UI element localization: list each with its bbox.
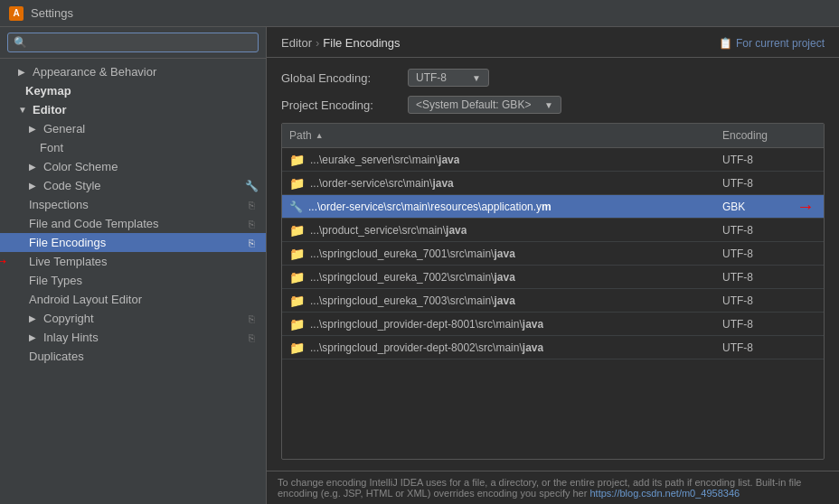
sidebar-item-general[interactable]: ▶ General [0, 119, 266, 138]
row-path: 📁 ...\eurake_server\src\main\java [282, 150, 715, 170]
clipboard-icon: 📋 [719, 37, 732, 50]
wrench-icon: 🔧 [244, 180, 259, 192]
footer-link[interactable]: https://blog.csdn.net/m0_4958346 [589, 488, 740, 499]
main-panel: Editor › File Encodings 📋 For current pr… [267, 27, 839, 504]
sidebar-item-copyright[interactable]: ▶ Copyright ⎘ [0, 309, 266, 328]
title-bar: A Settings [0, 0, 839, 27]
table-row[interactable]: 📁 ...\order-service\src\main\java UTF-8 [282, 172, 824, 195]
sidebar-item-label: Android Layout Editor [29, 293, 142, 306]
sidebar-item-file-code-templates[interactable]: File and Code Templates ⎘ [0, 214, 266, 233]
sidebar-item-label: Appearance & Behavior [33, 65, 156, 79]
folder-icon: 📁 [289, 317, 305, 331]
arrow-icon: ▶ [29, 124, 40, 134]
row-encoding: UTF-8 [715, 174, 824, 192]
sidebar-item-live-templates[interactable]: → Live Templates [0, 252, 266, 271]
folder-icon: 📁 [289, 341, 305, 355]
project-encoding-value: <System Default: GBK> [416, 98, 531, 111]
sidebar-item-android-layout[interactable]: Android Layout Editor [0, 290, 266, 309]
sidebar-item-label: Keymap [25, 84, 71, 98]
sidebar: ▶ Appearance & Behavior Keymap ▼ Editor … [0, 27, 267, 504]
sidebar-item-font[interactable]: Font [0, 138, 266, 157]
sidebar-item-label: File Types [29, 274, 82, 287]
table-row[interactable]: 📁 ...\eurake_server\src\main\java UTF-8 [282, 148, 824, 172]
table-row[interactable]: 📁 ...\springcloud_provider-dept-8001\src… [282, 313, 824, 336]
row-path: 📁 ...\springcloud_eureka_7002\src\main\j… [282, 267, 715, 287]
col-encoding[interactable]: Encoding [715, 127, 824, 144]
sidebar-item-file-encodings[interactable]: File Encodings ⎘ [0, 233, 266, 252]
project-encoding-label: Project Encoding: [281, 98, 399, 112]
row-encoding: UTF-8 [715, 268, 824, 286]
main-content: ▶ Appearance & Behavior Keymap ▼ Editor … [0, 27, 839, 504]
folder-icon: 📁 [289, 176, 305, 191]
copy-icon: ⎘ [244, 332, 259, 343]
sort-asc-icon: ▲ [316, 131, 324, 140]
search-bar[interactable] [0, 27, 266, 59]
file-encoding-table: Path ▲ Encoding 📁 ...\eurake_server\src\… [281, 123, 825, 460]
row-path: 📁 ...\order-service\src\main\java [282, 173, 715, 193]
row-path: 📁 ...\springcloud_eureka_7001\src\main\j… [282, 244, 715, 264]
row-encoding: UTF-8 [715, 339, 824, 357]
arrow-icon: ▶ [29, 181, 40, 191]
col-path[interactable]: Path ▲ [282, 127, 715, 144]
sidebar-item-keymap[interactable]: Keymap [0, 81, 266, 100]
arrow-icon: ▶ [29, 162, 40, 172]
table-row[interactable]: 📁 ...\springcloud_eureka_7003\src\main\j… [282, 289, 824, 313]
panel-footer: To change encoding IntelliJ IDEA uses fo… [267, 471, 839, 504]
sidebar-item-file-types[interactable]: File Types [0, 271, 266, 290]
search-input[interactable] [7, 33, 259, 52]
row-path: 📁 ...\product_service\src\main\java [282, 220, 715, 240]
global-encoding-label: Global Encoding: [281, 71, 399, 85]
sidebar-item-label: Inspections [29, 198, 89, 211]
sidebar-item-editor[interactable]: ▼ Editor [0, 100, 266, 119]
sidebar-item-appearance[interactable]: ▶ Appearance & Behavior [0, 62, 266, 81]
sidebar-item-label: Code Style [43, 179, 101, 192]
sidebar-item-duplicates[interactable]: Duplicates [0, 347, 266, 366]
sidebar-item-label: Copyright [43, 312, 94, 325]
row-encoding: UTF-8 [715, 245, 824, 263]
table-row[interactable]: 📁 ...\springcloud_provider-dept-8002\src… [282, 336, 824, 359]
table-row[interactable]: 🔧 ...\order-service\src\main\resources\a… [282, 195, 824, 219]
sidebar-item-code-style[interactable]: ▶ Code Style 🔧 [0, 176, 266, 195]
row-path: 📁 ...\springcloud_eureka_7003\src\main\j… [282, 291, 715, 311]
project-encoding-dropdown[interactable]: <System Default: GBK> ▼ [408, 96, 561, 114]
breadcrumb-file-encodings: File Encodings [323, 36, 400, 50]
window-title: Settings [31, 6, 73, 20]
app-icon: A [9, 6, 24, 21]
breadcrumb-separator: › [316, 36, 319, 50]
dropdown-arrow-icon: ▼ [472, 73, 481, 83]
file-icon: 🔧 [289, 201, 303, 213]
copy-icon: ⎘ [244, 238, 259, 248]
table-body: 📁 ...\eurake_server\src\main\java UTF-8 … [282, 148, 824, 459]
table-row[interactable]: 📁 ...\springcloud_eureka_7002\src\main\j… [282, 266, 824, 289]
folder-icon: 📁 [289, 223, 305, 238]
row-path: 📁 ...\springcloud_provider-dept-8001\src… [282, 314, 715, 334]
copy-icon: ⎘ [244, 313, 259, 324]
red-arrow-icon: → [797, 196, 815, 217]
folder-icon: 📁 [289, 247, 305, 261]
row-encoding: UTF-8 [715, 221, 824, 239]
sidebar-item-label: Inlay Hints [43, 331, 99, 344]
table-row[interactable]: 📁 ...\product_service\src\main\java UTF-… [282, 219, 824, 242]
arrow-icon: ▶ [29, 332, 40, 342]
global-encoding-row: Global Encoding: UTF-8 ▼ [281, 69, 825, 87]
sidebar-item-label: File and Code Templates [29, 217, 159, 230]
table-row[interactable]: 📁 ...\springcloud_eureka_7001\src\main\j… [282, 242, 824, 266]
sidebar-item-inlay-hints[interactable]: ▶ Inlay Hints ⎘ [0, 328, 266, 347]
sidebar-item-label: Editor [33, 103, 67, 117]
copy-icon: ⎘ [244, 200, 259, 210]
folder-icon: 📁 [289, 270, 305, 285]
sidebar-item-label: Live Templates [29, 255, 107, 268]
global-encoding-dropdown[interactable]: UTF-8 ▼ [408, 69, 489, 87]
global-encoding-value: UTF-8 [416, 71, 447, 84]
sidebar-item-inspections[interactable]: Inspections ⎘ [0, 195, 266, 214]
sidebar-item-color-scheme[interactable]: ▶ Color Scheme [0, 157, 266, 176]
panel-body: Global Encoding: UTF-8 ▼ Project Encodin… [267, 58, 839, 471]
folder-icon: 📁 [289, 153, 305, 167]
sidebar-item-label: Font [40, 141, 63, 154]
arrow-icon: ▶ [18, 67, 29, 77]
arrow-icon: ▼ [18, 105, 29, 115]
sidebar-item-label: General [43, 122, 85, 135]
row-encoding: UTF-8 [715, 151, 824, 169]
for-project-link[interactable]: 📋 For current project [719, 37, 825, 50]
breadcrumb-editor: Editor [281, 36, 312, 50]
